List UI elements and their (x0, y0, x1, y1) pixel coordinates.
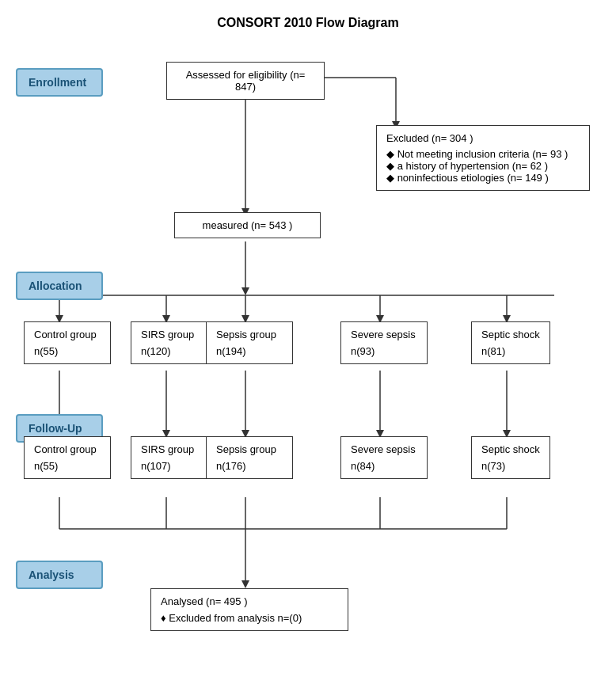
page-title: CONSORT 2010 Flow Diagram (16, 16, 600, 30)
alloc-shock-box: Septic shock n(81) (471, 321, 550, 364)
analysed-box: Analysed (n= 495 ) ♦ Excluded from analy… (150, 588, 348, 631)
excluded-item-3: ◆ noninfectious etiologies (n= 149 ) (386, 172, 580, 184)
alloc-sepsis-n: n(194) (216, 345, 283, 357)
alloc-shock-name: Septic shock (481, 329, 540, 340)
followup-shock-box: Septic shock n(73) (471, 436, 550, 479)
alloc-sepsis-box: Sepsis group n(194) (206, 321, 293, 364)
followup-sirs-name: SIRS group (141, 443, 200, 455)
alloc-sepsis-name: Sepsis group (216, 329, 283, 340)
alloc-severe-n: n(93) (351, 345, 417, 357)
followup-severe-box: Severe sepsis n(84) (340, 436, 428, 479)
followup-control-name: Control group (34, 443, 101, 455)
alloc-control-box: Control group n(55) (24, 321, 111, 364)
measured-box: measured (n= 543 ) (174, 212, 321, 238)
followup-sirs-box: SIRS group n(107) (131, 436, 210, 479)
alloc-sirs-name: SIRS group (141, 329, 200, 340)
followup-control-box: Control group n(55) (24, 436, 111, 479)
excluded-item-1: ◆ Not meeting inclusion criteria (n= 93 … (386, 148, 580, 160)
followup-sepsis-box: Sepsis group n(176) (206, 436, 293, 479)
followup-sepsis-n: n(176) (216, 460, 283, 472)
followup-severe-n: n(84) (351, 460, 417, 472)
alloc-sirs-n: n(120) (141, 345, 200, 357)
followup-sirs-n: n(107) (141, 460, 200, 472)
followup-control-n: n(55) (34, 460, 101, 472)
alloc-control-name: Control group (34, 329, 101, 340)
followup-shock-n: n(73) (481, 460, 540, 472)
enrollment-label: Enrollment (16, 68, 103, 97)
alloc-sirs-box: SIRS group n(120) (131, 321, 210, 364)
svg-marker-35 (241, 580, 249, 588)
assessed-box: Assessed for eligibility (n= 847) (166, 62, 325, 100)
followup-sepsis-name: Sepsis group (216, 443, 283, 455)
excluded-item-2: ◆ a history of hypertension (n= 62 ) (386, 160, 580, 172)
excluded-title: Excluded (n= 304 ) (386, 132, 580, 144)
alloc-severe-name: Severe sepsis (351, 329, 417, 340)
followup-severe-name: Severe sepsis (351, 443, 417, 455)
allocation-label: Allocation (16, 272, 103, 300)
svg-marker-6 (241, 287, 249, 295)
analysis-label: Analysis (16, 561, 103, 589)
alloc-control-n: n(55) (34, 345, 101, 357)
followup-shock-name: Septic shock (481, 443, 540, 455)
alloc-severe-box: Severe sepsis n(93) (340, 321, 428, 364)
excluded-box: Excluded (n= 304 ) ◆ Not meeting inclusi… (376, 125, 590, 191)
excluded-analysis-text: ♦ Excluded from analysis n=(0) (161, 612, 338, 624)
analysed-text: Analysed (n= 495 ) (161, 595, 338, 607)
alloc-shock-n: n(81) (481, 345, 540, 357)
